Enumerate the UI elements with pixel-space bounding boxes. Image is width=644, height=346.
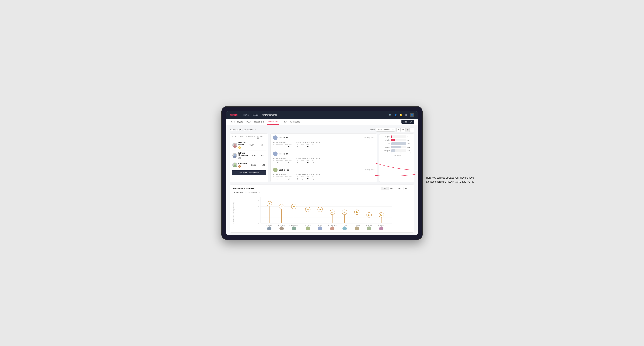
subnav-team-clippd[interactable]: Team Clippd: [268, 119, 279, 125]
add-team-button[interactable]: Add Team: [402, 120, 414, 124]
svg-point-41: [318, 226, 322, 230]
svg-point-56: [355, 226, 359, 230]
tablet-screen: clippd Home Teams My Performance 🔍 👤 🔔 ⚙…: [226, 111, 418, 235]
svg-point-31: [292, 226, 296, 230]
user-avatar[interactable]: 👤: [410, 113, 414, 117]
svg-text:3x: 3x: [368, 214, 370, 216]
round-card-1: Rees Britt 02 Sep 2023 Total Rounds Tour…: [270, 134, 377, 150]
stat-putt-2: PUTT 0: [312, 160, 316, 164]
subnav-all-players[interactable]: All Players: [290, 119, 300, 124]
round-date-3: 26 Aug 2023: [365, 169, 374, 171]
svg-point-0: [234, 144, 236, 146]
table-row: Edward Crossman 2 18/20 107: [232, 151, 266, 161]
round-stats-3: Total Rounds Tournament 7 Practice 2: [273, 173, 374, 180]
view-full-leaderboard-button[interactable]: View Full Leaderboard: [232, 170, 266, 175]
pb-avg-1: 110: [257, 144, 266, 146]
period-select[interactable]: Last 3 months: [376, 128, 395, 132]
svg-point-1: [233, 145, 236, 148]
grid-view-btn[interactable]: ⊞: [396, 128, 400, 132]
player-details-1: Richard Butler 1: [238, 142, 246, 149]
axis-0: 0: [391, 152, 392, 154]
col-pb-score: PB SCORE: [246, 135, 257, 139]
col-player-name: PLAYER NAME: [232, 135, 246, 139]
pb-score-2: 18/20: [248, 155, 258, 157]
player-name-3: Cameron...: [238, 162, 248, 165]
col-pb-avg: PB AVG SQ: [257, 135, 266, 139]
pb-avg-3: 103: [259, 164, 268, 166]
nav-teams[interactable]: Teams: [252, 113, 258, 117]
filter-app-button[interactable]: APP: [388, 187, 395, 190]
svg-text:5x: 5x: [319, 208, 321, 210]
player-name-2: Edward Crossman: [238, 152, 248, 156]
avatar: [232, 153, 237, 158]
bar-label-eagles: Eagles: [381, 136, 390, 138]
bar-chart-panel: Eagles 3 Birdies 96: [379, 134, 414, 182]
subnav-pga[interactable]: PGA: [246, 119, 251, 124]
stat-ott-3: OTT 0: [296, 176, 299, 180]
svg-text:6x: 6x: [293, 206, 295, 208]
practice-activities-label-1: Total Practice Activities: [296, 141, 320, 143]
svg-text:E. Crossman: E. Crossman: [328, 225, 337, 226]
round-date-1: 02 Sep 2023: [364, 137, 374, 139]
subnav-tour[interactable]: Tour: [282, 119, 287, 124]
streaks-subtitle: Off The Tee , Fairway Accuracy: [233, 191, 411, 194]
leaderboard-header: PLAYER NAME PB SCORE PB AVG SQ: [232, 135, 266, 140]
total-rounds-group-3: Total Rounds Tournament 7 Practice 2: [273, 173, 292, 180]
svg-text:6: 6: [258, 205, 259, 207]
bar-container-dbogeys: [391, 149, 406, 152]
stat-ott-2: OTT 0: [296, 160, 299, 164]
filter-putt-button[interactable]: PUTT: [404, 187, 411, 190]
avatar: [232, 163, 237, 168]
list-view-btn[interactable]: ☰: [401, 128, 405, 132]
svg-text:0: 0: [258, 222, 259, 224]
svg-text:R. Butler: R. Butler: [366, 225, 372, 226]
svg-point-2: [234, 154, 236, 156]
svg-point-46: [330, 226, 334, 230]
bar-count-dbogeys: 131: [408, 150, 412, 152]
bar-label-dbogeys: D.Bogeys +: [381, 150, 390, 152]
round-card-header-3: Josh Coles 26 Aug 2023: [273, 168, 374, 172]
subnav-hcaps[interactable]: Hcaps 1-5: [254, 119, 264, 124]
streak-chart-svg: 0 2 4 6 8 7x E. Ebert: [236, 195, 411, 230]
edit-icon[interactable]: ✏: [254, 128, 256, 131]
round-card-2: Rees Britt Total Rounds Tournament 8: [270, 150, 377, 166]
nav-my-performance[interactable]: My Performance: [262, 113, 277, 117]
nav-links: Home Teams My Performance: [243, 113, 277, 117]
stat-putt-3: PUTT 1: [312, 176, 316, 180]
stat-row-practice-1: OTT 0 APP 0 ARG 0: [296, 144, 320, 148]
annotation-wrapper: Here you can see streaks your players ha…: [426, 176, 475, 184]
svg-text:6x: 6x: [280, 206, 282, 208]
detail-view-btn[interactable]: ▤: [406, 128, 410, 132]
player-info-2: Edward Crossman 2: [232, 152, 248, 159]
stat-arg-1: ARG 0: [306, 144, 310, 148]
bar-fill-dbogeys: [391, 149, 395, 152]
bar-container-birdies: [391, 139, 406, 141]
svg-point-21: [267, 226, 272, 230]
bell-icon[interactable]: 🔔: [400, 114, 402, 116]
filter-ott-button[interactable]: OTT: [381, 187, 388, 190]
export-btn[interactable]: ↓: [410, 128, 414, 132]
streak-chart-wrapper: Best Streak, Fairway Accuracy 0 2 4 6: [233, 195, 411, 230]
stat-row-rounds-2: Tournament 8 Practice 4: [273, 160, 292, 164]
bar-row-birdies: Birdies 96: [381, 139, 412, 141]
bar-chart: Eagles 3 Birdies 96: [381, 135, 412, 152]
stat-app-2: APP 0: [301, 160, 304, 164]
svg-text:C. Quick: C. Quick: [378, 225, 384, 226]
bar-container-eagles: [391, 135, 406, 138]
settings-icon[interactable]: ⚙: [405, 114, 407, 116]
round-card-3: Josh Coles 26 Aug 2023 Total Rounds Tour…: [270, 166, 377, 182]
user-icon[interactable]: 👤: [394, 114, 397, 116]
filter-arg-button[interactable]: ARG: [396, 187, 403, 190]
svg-text:D. Ford: D. Ford: [342, 225, 347, 226]
stat-tournament-2: Tournament 8: [273, 160, 283, 164]
svg-point-3: [233, 156, 236, 158]
bar-label-pars: Pars: [381, 143, 390, 145]
axis-400: 400: [410, 152, 412, 154]
search-icon[interactable]: 🔍: [389, 114, 392, 116]
nav-home[interactable]: Home: [243, 113, 249, 117]
stat-app-3: APP 0: [301, 176, 304, 180]
svg-text:4x: 4x: [356, 211, 358, 213]
round-stats-1: Total Rounds Tournament 7 Practice 6: [273, 141, 374, 148]
bar-row-pars: Pars 499: [381, 142, 412, 145]
subnav-pgat[interactable]: PGAT Players: [230, 119, 243, 124]
